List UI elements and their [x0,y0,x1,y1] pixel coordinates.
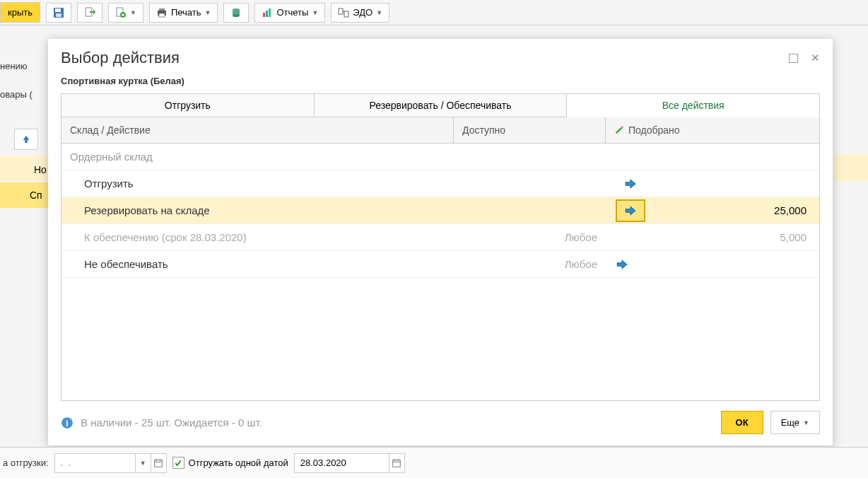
floppy-icon [53,7,64,18]
print-label: Печать [171,7,201,18]
db-button[interactable] [223,3,249,23]
chevron-down-icon: ▼ [130,9,136,16]
date-dropdown-button[interactable]: ▼ [136,453,151,473]
svg-point-11 [233,14,240,17]
svg-rect-13 [266,11,268,17]
info-icon: i [61,416,74,429]
svg-rect-8 [159,13,165,17]
svg-rect-12 [263,13,265,17]
doc-plus-icon [115,7,127,18]
chevron-down-icon: ▼ [205,9,211,16]
bottom-bar: а отгрузки: ▼ Отгружать одной датой [0,447,868,478]
table-body: Ордерный склад Отгрузить Резервировать н… [61,144,819,400]
table-row[interactable]: Резервировать на складе 25,000 [61,197,819,224]
tabs: Отгрузить Резервировать / Обеспечивать В… [61,93,820,117]
svg-rect-15 [339,8,343,14]
shipment-label: а отгрузки: [3,457,49,468]
action-select-dialog: Выбор действия ✕ Спортивная куртка (Бела… [48,39,833,445]
reports-label: Отчеты [276,7,308,18]
col-selected[interactable]: Подобрано [606,117,819,143]
table-group-row[interactable]: Ордерный склад [61,144,819,170]
table-row[interactable]: К обеспечению (срок 28.03.2020) Любое 5,… [61,224,819,251]
arrow-right-icon [624,204,637,217]
chevron-down-icon: ▼ [376,9,382,16]
print-button[interactable]: Печать ▼ [149,3,218,23]
calendar-icon [153,458,163,468]
chevron-down-icon: ▼ [803,419,809,426]
table-row[interactable]: Не обеспечивать Любое [61,251,819,278]
svg-rect-2 [56,13,61,17]
tab-ship[interactable]: Отгрузить [61,93,314,117]
more-button[interactable]: Еще ▼ [770,411,820,434]
arrow-right-icon [624,177,637,190]
action-button-2[interactable]: ▼ [108,3,143,23]
arrow-button-selected[interactable] [616,199,645,222]
main-toolbar: крыть ▼ Печать ▼ Отчеты ▼ ЭДО ▼ [0,0,868,25]
single-date-input[interactable] [294,453,389,473]
maximize-icon[interactable] [789,54,798,63]
col-available[interactable]: Доступно [454,117,606,143]
svg-rect-7 [159,8,165,11]
up-button[interactable] [14,129,38,150]
printer-icon [156,7,168,18]
ok-button[interactable]: ОК [721,411,763,434]
shipment-date-input[interactable] [54,453,136,473]
table-row[interactable]: Отгрузить [61,170,819,197]
bg-text-4: Сп [30,190,42,201]
chevron-down-icon: ▼ [140,460,146,467]
svg-rect-16 [344,11,348,17]
chevron-down-icon: ▼ [312,9,318,16]
dialog-footer: i В наличии - 25 шт. Ожидается - 0 шт. О… [48,401,833,445]
close-button[interactable]: крыть [0,2,40,23]
arrow-button[interactable] [616,173,645,195]
calendar-button[interactable] [389,453,405,473]
tab-all-actions[interactable]: Все действия [567,93,820,117]
svg-rect-14 [269,8,271,17]
table-header: Склад / Действие Доступно Подобрано [61,117,819,144]
bg-text-3: Но [34,164,47,175]
arrow-up-icon [21,134,31,144]
bg-text-1: нению [0,61,28,71]
check-icon [174,459,182,467]
single-date-checkbox[interactable]: Отгружать одной датой [172,457,288,469]
reports-button[interactable]: Отчеты ▼ [254,3,325,23]
svg-text:i: i [66,418,68,428]
actions-table: Склад / Действие Доступно Подобрано Орде… [61,117,820,401]
svg-rect-23 [393,460,401,467]
close-icon[interactable]: ✕ [811,52,820,64]
save-button[interactable] [46,3,71,23]
footer-status-text: В наличии - 25 шт. Ожидается - 0 шт. [81,416,714,429]
dialog-subtitle: Спортивная куртка (Белая) [48,73,833,93]
col-warehouse-action[interactable]: Склад / Действие [61,117,454,143]
arrow-right-icon [616,258,628,271]
database-icon [230,7,242,18]
calendar-button[interactable] [151,453,167,473]
svg-rect-19 [155,460,163,467]
dialog-header: Выбор действия ✕ [48,39,833,73]
edo-button[interactable]: ЭДО ▼ [331,3,389,23]
doc-arrow-icon [84,7,95,18]
chart-icon [262,7,273,18]
pencil-icon [614,125,624,135]
arrow-button[interactable] [616,253,645,276]
dialog-title: Выбор действия [61,49,180,67]
edo-label: ЭДО [353,7,373,18]
exchange-icon [338,7,349,18]
svg-rect-1 [55,8,61,12]
bg-text-2: овары ( [0,89,33,100]
calendar-icon [392,458,401,468]
action-button-1[interactable] [77,3,102,23]
tab-reserve[interactable]: Резервировать / Обеспечивать [314,93,568,117]
